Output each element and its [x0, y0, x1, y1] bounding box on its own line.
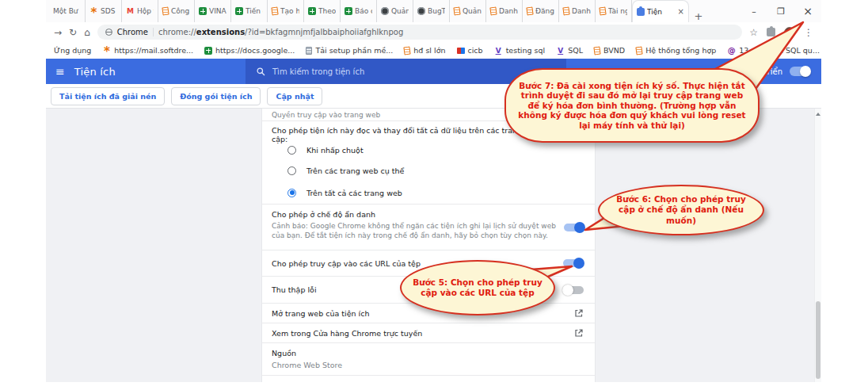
browser-tab[interactable]: Quản lý [450, 0, 486, 22]
update-button[interactable]: Cập nhật [267, 87, 322, 105]
bookmark-item[interactable]: https://docs.google... [204, 46, 295, 55]
file-urls-toggle[interactable] [563, 259, 584, 267]
bookmark-item[interactable]: SQL [556, 46, 583, 55]
search-placeholder: Tìm kiếm trong tiện ích [272, 67, 364, 76]
scrollbar-up-icon[interactable] [816, 113, 820, 116]
browser-tab[interactable]: Đăng n [523, 0, 559, 22]
bookmark-item[interactable]: Ứng dụng [54, 46, 91, 55]
browser-tab[interactable]: BugTra [413, 0, 450, 22]
bookmark-star-icon[interactable]: ☆ [749, 27, 758, 38]
sheet-icon [199, 7, 207, 15]
browser-tab[interactable]: Danh s [486, 0, 523, 22]
bookmark-label: testing sql [506, 46, 546, 55]
load-unpacked-button[interactable]: Tải tiện ích đã giải nén [51, 87, 165, 105]
omnibox[interactable]: Chrome chrome://extensions/?id=bkfagmnjm… [97, 25, 742, 40]
error-collection-toggle[interactable] [563, 286, 584, 294]
radio-row-on-click[interactable]: Khi nhấp chuột [262, 140, 595, 159]
bookmark-item[interactable]: hđ sl lớn [404, 46, 445, 55]
home-icon[interactable]: ⌂ [84, 27, 90, 38]
screenshot-root: Một Bư SDS We Hộp thư Công ty VINAFR Tiế… [0, 0, 868, 390]
receipt-icon [526, 6, 533, 15]
radio-selected-icon[interactable] [287, 189, 296, 197]
search-icon [257, 67, 265, 76]
new-tab-button[interactable]: + [689, 10, 708, 22]
browser-tab[interactable]: Theo d [304, 0, 341, 22]
bookmark-item[interactable]: Hệ thống tổng hợp [636, 46, 716, 55]
close-button[interactable]: × [794, 0, 821, 22]
browser-tab[interactable]: Quản lý [377, 0, 413, 22]
incognito-toggle[interactable] [564, 224, 584, 231]
maximize-button[interactable]: ❐ [767, 0, 794, 22]
tab-label: Công ty [171, 7, 190, 15]
tab-strip: Một Bư SDS We Hộp thư Công ty VINAFR Tiế… [46, 0, 821, 22]
radio-label: Khi nhấp chuột [306, 146, 364, 155]
external-link-icon [574, 328, 584, 338]
tab-label: Tiện [647, 8, 674, 16]
bookmark-label: https://mail.softdre... [114, 46, 193, 55]
bookmark-item[interactable]: Tải setup phần mề... [306, 46, 393, 55]
starburst-icon [89, 7, 98, 16]
source-value: Chrome Web Store [272, 358, 584, 369]
browser-tab[interactable]: VINAFR [195, 0, 231, 22]
doc-icon [306, 47, 312, 55]
receipt-icon [599, 6, 606, 15]
view-store-row[interactable]: Xem trong Cửa hàng Chrome trực tuyến [262, 323, 595, 343]
profile-avatar[interactable] [784, 27, 795, 38]
receipt-icon [162, 6, 169, 15]
hamburger-menu-icon[interactable]: ≡ [46, 65, 74, 78]
receipt-icon [636, 46, 643, 55]
site-label: Chrome [117, 28, 148, 36]
receipt-icon [593, 46, 600, 55]
browser-tab[interactable]: Tạo hóa [268, 0, 304, 22]
tab-label: Hộp thư [137, 7, 154, 15]
browser-tab[interactable]: Tiện × [632, 0, 689, 22]
bookmark-item[interactable]: BVND [594, 46, 625, 55]
receipt-icon [562, 6, 569, 15]
browser-tab[interactable]: Báo cá [341, 0, 377, 22]
browser-tab[interactable]: Danh s [559, 0, 596, 22]
incognito-warning: Cảnh báo: Google Chrome không thể ngăn c… [272, 219, 566, 240]
browser-tab[interactable]: SDS We [86, 0, 122, 22]
receipt-icon [489, 6, 497, 15]
browser-tab[interactable]: Một Bư [49, 0, 86, 22]
url-text: chrome://extensions/?id=bkfagmnjmfjalbba… [158, 28, 403, 36]
gmail-icon [126, 7, 135, 16]
bookmark-item[interactable]: cicb [457, 46, 483, 55]
radio-row-specific-sites[interactable]: Trên các trang web cụ thể [262, 159, 595, 182]
page-scrollbar[interactable] [814, 109, 821, 382]
callout-step7: Bước 7: Đã cài xong tiện ích ký số. Thực… [504, 68, 760, 143]
radio-row-all-sites[interactable]: Trên tất cả các trang web [262, 182, 595, 205]
browser-tab[interactable]: Công ty [158, 0, 195, 22]
bookmark-item[interactable]: https://mail.softdre... [102, 46, 193, 55]
bookmark-label: cicb [468, 46, 483, 55]
globe-icon [417, 7, 425, 15]
v-icon [494, 46, 503, 55]
minimize-button[interactable]: – [740, 0, 767, 22]
radio-icon[interactable] [287, 146, 296, 155]
radio-icon[interactable] [287, 166, 296, 175]
browser-tab[interactable]: Hộp thư [122, 0, 158, 22]
extension-puzzle-icon[interactable] [767, 28, 775, 36]
tab-close-icon[interactable]: × [676, 7, 684, 16]
v-icon [556, 46, 565, 55]
tab-label: Quản lý [391, 7, 409, 15]
developer-mode-toggle[interactable] [790, 67, 810, 76]
reload-icon[interactable]: ↻ [69, 27, 77, 38]
browser-tab[interactable]: Tiến độ [231, 0, 268, 22]
tab-label: Đăng n [535, 7, 554, 15]
bookmark-item[interactable]: 13 câu lệnh SQL qu... [727, 46, 820, 55]
scrollbar-thumb[interactable] [816, 301, 820, 379]
browser-tab[interactable]: Tài ngu [596, 0, 632, 22]
tab-label: Một Bư [53, 7, 81, 15]
bookmark-item[interactable]: testing sql [494, 46, 546, 55]
tab-label: Báo cá [355, 7, 372, 15]
browser-menu-icon[interactable]: ⋮ [804, 27, 813, 38]
tab-label: Quản lý [463, 7, 482, 15]
radio-label: Trên tất cả các trang web [306, 189, 402, 197]
tab-label: Danh s [499, 7, 518, 15]
bookmark-label: https://docs.google... [215, 46, 295, 55]
site-info-icon[interactable] [105, 29, 112, 36]
callout-step5-text: Bước 5: Chọn cho phép truy cập vào các U… [411, 277, 544, 298]
pack-extension-button[interactable]: Đóng gói tiện ích [171, 87, 261, 105]
forward-icon[interactable]: → [54, 27, 62, 38]
